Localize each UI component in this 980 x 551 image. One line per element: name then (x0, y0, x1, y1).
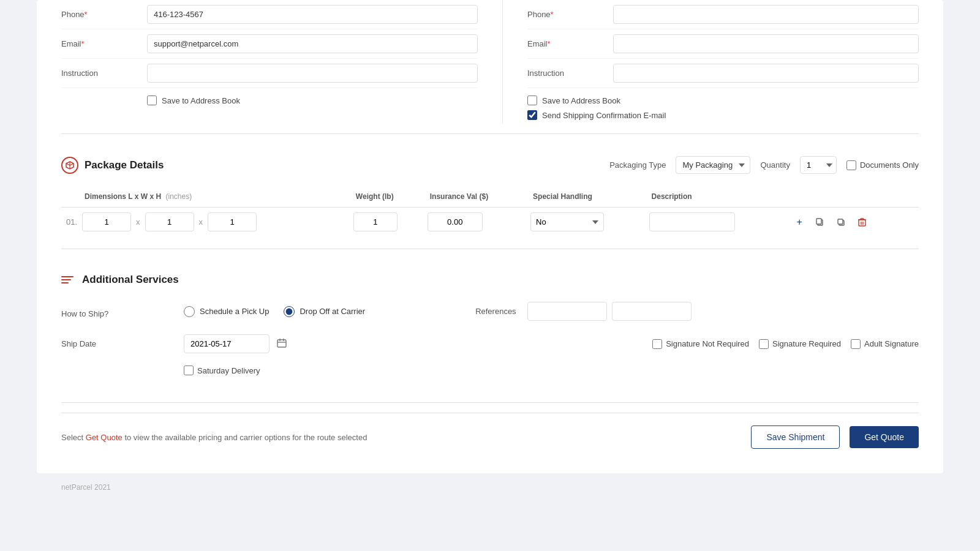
svg-rect-3 (838, 219, 843, 224)
calendar-icon-button[interactable] (274, 335, 289, 353)
left-instruction-input[interactable] (147, 64, 478, 83)
insurance-cell (425, 208, 528, 237)
insurance-input[interactable] (428, 212, 483, 231)
page-wrapper: Phone* Email* Instruction (0, 0, 980, 551)
additional-services-header: Additional Services (61, 264, 919, 296)
dim-w-input[interactable] (145, 212, 194, 231)
saturday-delivery-row: Saturday Delivery (61, 361, 919, 380)
documents-only-label: Documents Only (860, 160, 919, 170)
ship-date-input[interactable] (184, 334, 270, 353)
row-actions-cell: + (783, 208, 919, 237)
adult-sig-label: Adult Signature (864, 339, 919, 348)
right-email-label: Email* (527, 39, 613, 48)
page-footer: netParcel 2021 (0, 473, 980, 501)
col-special-handling: Special Handling (528, 189, 646, 208)
right-phone-label: Phone* (527, 10, 613, 19)
sig-required-label: Signature Required (772, 339, 841, 348)
saturday-delivery-label: Saturday Delivery (197, 366, 260, 375)
package-details-section: Package Details Packaging Type My Packag… (61, 144, 919, 236)
right-email-row: Email* (527, 29, 919, 59)
divider-1 (61, 133, 919, 134)
schedule-pickup-radio[interactable] (184, 306, 195, 317)
schedule-pickup-label: Schedule a Pick Up (200, 307, 269, 316)
save-shipment-button[interactable]: Save Shipment (751, 425, 840, 449)
drop-off-radio[interactable] (284, 306, 295, 317)
left-phone-row: Phone* (61, 0, 478, 29)
package-table: Dimensions L x W x H (inches) Weight (lb… (61, 189, 919, 236)
svg-rect-1 (816, 219, 821, 224)
left-save-address-checkbox[interactable] (147, 96, 157, 105)
package-table-header: Dimensions L x W x H (inches) Weight (lb… (61, 189, 919, 208)
documents-only-checkbox[interactable] (846, 160, 856, 170)
description-input[interactable] (649, 212, 735, 231)
dim-x-2: x (197, 217, 206, 227)
send-confirmation-checkbox[interactable] (527, 110, 537, 120)
col-insurance: Insurance Val ($) (425, 189, 528, 208)
package-icon (61, 157, 78, 174)
adult-sig-checkbox[interactable] (851, 339, 861, 349)
right-save-address-label: Save to Address Book (542, 96, 620, 105)
dim-l-input[interactable] (82, 212, 131, 231)
send-confirmation-row: Send Shipping Confirmation E-mail (527, 110, 919, 120)
reference-2-input[interactable] (612, 302, 692, 321)
left-email-label: Email* (61, 39, 147, 48)
footer-text: netParcel 2021 (61, 483, 111, 492)
send-confirmation-label: Send Shipping Confirmation E-mail (542, 111, 666, 120)
quantity-select[interactable]: 1 2 3 (800, 156, 837, 174)
footer-note: Select Get Quote to view the available p… (61, 433, 367, 442)
duplicate-row-button[interactable] (832, 214, 850, 231)
left-phone-input[interactable] (147, 5, 478, 24)
get-quote-button[interactable]: Get Quote (850, 426, 919, 448)
package-details-header: Package Details Packaging Type My Packag… (61, 144, 919, 184)
saturday-delivery-checkbox[interactable] (184, 365, 194, 375)
weight-input[interactable] (353, 212, 398, 231)
dim-h-input[interactable] (208, 212, 257, 231)
left-save-address-row: Save to Address Book (61, 88, 478, 109)
reference-1-input[interactable] (527, 302, 607, 321)
left-phone-label: Phone* (61, 10, 147, 19)
weight-cell (351, 208, 425, 237)
left-instruction-label: Instruction (61, 69, 147, 78)
left-email-input[interactable] (147, 34, 478, 53)
sig-not-required-checkbox[interactable] (652, 339, 662, 349)
schedule-pickup-option[interactable]: Schedule a Pick Up (184, 306, 269, 317)
col-num (61, 189, 80, 208)
drop-off-option[interactable]: Drop Off at Carrier (284, 306, 365, 317)
additional-services-section: Additional Services How to Ship? Schedul… (61, 264, 919, 392)
packaging-type-label: Packaging Type (609, 160, 666, 170)
copy-row-button[interactable] (812, 214, 829, 231)
ship-date-row: Ship Date (61, 327, 919, 361)
right-phone-input[interactable] (613, 5, 919, 24)
how-to-ship-row: How to Ship? Schedule a Pick Up Drop Off… (61, 296, 919, 327)
dimensions-cell: x x (80, 208, 351, 237)
signature-options: Signature Not Required Signature Require… (652, 339, 919, 349)
form-footer: Select Get Quote to view the available p… (61, 413, 919, 455)
how-to-ship-label: How to Ship? (61, 304, 184, 318)
right-checkboxes: Save to Address Book Send Shipping Confi… (527, 88, 919, 124)
table-row: 01. x x (61, 208, 919, 237)
right-email-input[interactable] (613, 34, 919, 53)
right-instruction-label: Instruction (527, 69, 613, 78)
row-num: 01. (61, 208, 80, 237)
left-instruction-row: Instruction (61, 59, 478, 88)
divider-2 (61, 249, 919, 249)
sig-required-checkbox[interactable] (759, 339, 769, 349)
right-instruction-input[interactable] (613, 64, 919, 83)
packaging-type-select[interactable]: My Packaging (676, 156, 750, 174)
sig-not-required-option: Signature Not Required (652, 339, 749, 349)
left-address-column: Phone* Email* Instruction (61, 0, 478, 124)
left-save-address-label: Save to Address Book (162, 96, 240, 105)
delete-row-button[interactable] (853, 214, 870, 231)
add-row-button[interactable]: + (791, 214, 808, 231)
special-handling-select[interactable]: No Yes (530, 212, 604, 231)
right-save-address-checkbox[interactable] (527, 96, 537, 105)
get-quote-link-text[interactable]: Get Quote (86, 433, 123, 442)
right-instruction-row: Instruction (527, 59, 919, 88)
references-label: References (475, 307, 516, 316)
dim-x-1: x (134, 217, 143, 227)
sig-required-option: Signature Required (759, 339, 841, 349)
package-details-title: Package Details (85, 159, 164, 171)
sig-not-required-label: Signature Not Required (666, 339, 749, 348)
divider-3 (61, 402, 919, 403)
quantity-label: Quantity (760, 160, 790, 170)
